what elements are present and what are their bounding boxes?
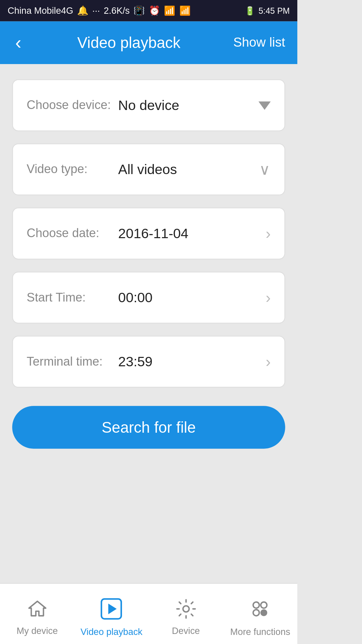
- choose-date-row[interactable]: Choose date: 2016-11-04 ›: [12, 208, 285, 260]
- vibrate-icon: 📳: [133, 5, 145, 16]
- start-time-row[interactable]: Start Time: 00:00 ›: [12, 272, 285, 324]
- choose-date-value: 2016-11-04: [118, 225, 266, 241]
- play-icon: [100, 597, 123, 623]
- status-bar: China Mobile4G 🔔 ··· 2.6K/s 📳 ⏰ 📶 📶 🔋 5:…: [0, 0, 297, 21]
- video-type-chevron-icon: ∨: [259, 160, 270, 179]
- more-functions-icon: [249, 597, 272, 623]
- start-time-value: 00:00: [118, 289, 266, 306]
- nav-item-my-device[interactable]: My device: [0, 592, 74, 636]
- date-chevron-icon: ›: [265, 225, 270, 242]
- start-time-label: Start Time:: [27, 291, 118, 305]
- home-icon: [26, 598, 48, 622]
- svg-point-2: [183, 605, 189, 611]
- choose-device-label: Choose device:: [27, 98, 118, 112]
- show-list-button[interactable]: Show list: [233, 35, 285, 50]
- terminal-time-label: Terminal time:: [27, 355, 118, 369]
- wifi-icon: 📶: [164, 5, 175, 16]
- start-time-chevron-icon: ›: [265, 289, 270, 306]
- bottom-nav: My device Video playback Device: [0, 583, 297, 644]
- time-label: 5:45 PM: [258, 6, 290, 15]
- nav-item-device[interactable]: Device: [149, 592, 223, 636]
- main-content: Choose device: No device Video type: All…: [0, 64, 297, 464]
- dots-icon: ···: [92, 5, 100, 16]
- choose-device-row[interactable]: Choose device: No device: [12, 79, 285, 131]
- gear-icon: [175, 598, 197, 622]
- video-type-row[interactable]: Video type: All videos ∨: [12, 144, 285, 196]
- alarm-icon: ⏰: [149, 5, 160, 16]
- device-dropdown-icon: [258, 97, 270, 113]
- svg-point-5: [253, 609, 259, 615]
- nav-item-more-functions[interactable]: More functions: [223, 591, 297, 637]
- choose-date-label: Choose date:: [27, 227, 118, 240]
- svg-marker-1: [109, 603, 117, 614]
- svg-point-4: [261, 602, 267, 608]
- search-for-file-button[interactable]: Search for file: [12, 406, 285, 448]
- notification-icon: 🔔: [77, 5, 88, 16]
- video-type-label: Video type:: [27, 163, 118, 176]
- nav-label-more-functions: More functions: [230, 626, 290, 637]
- choose-device-value: No device: [118, 97, 259, 113]
- back-button[interactable]: ‹: [12, 29, 24, 56]
- header: ‹ Video playback Show list: [0, 21, 297, 64]
- terminal-time-row[interactable]: Terminal time: 23:59 ›: [12, 336, 285, 388]
- video-type-value: All videos: [118, 161, 259, 177]
- svg-point-6: [260, 609, 267, 615]
- nav-item-video-playback[interactable]: Video playback: [74, 591, 149, 637]
- nav-label-my-device: My device: [16, 625, 58, 636]
- terminal-time-chevron-icon: ›: [265, 353, 270, 370]
- battery-icon: 🔋: [245, 6, 255, 16]
- svg-point-3: [253, 602, 259, 608]
- speed-label: 2.6K/s: [104, 5, 130, 16]
- signal-icon: 📶: [179, 5, 191, 16]
- terminal-time-value: 23:59: [118, 354, 266, 370]
- page-title: Video playback: [77, 34, 181, 51]
- carrier-label: China Mobile4G: [8, 5, 73, 16]
- nav-label-device: Device: [172, 625, 200, 636]
- nav-label-video-playback: Video playback: [80, 626, 142, 637]
